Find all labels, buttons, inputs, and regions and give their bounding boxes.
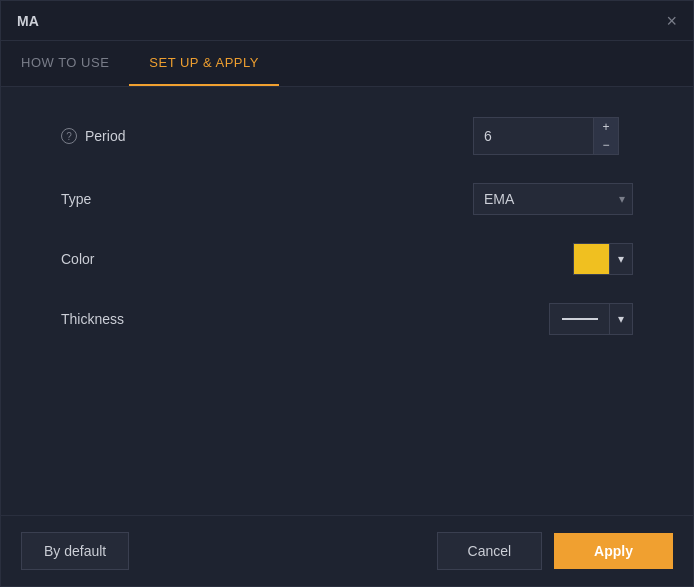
period-label: Period: [85, 128, 125, 144]
content-area: ? Period + − Type SMA EMA WMA VWMA: [1, 87, 693, 393]
ma-dialog: MA × HOW TO USE SET UP & APPLY ? Period …: [0, 0, 694, 587]
color-dropdown-arrow-icon: ▾: [618, 252, 624, 266]
tab-set-up-apply[interactable]: SET UP & APPLY: [129, 41, 279, 86]
period-help-icon[interactable]: ?: [61, 128, 77, 144]
close-button[interactable]: ×: [666, 12, 677, 30]
thickness-dropdown-button[interactable]: ▾: [609, 303, 633, 335]
color-label: Color: [61, 251, 201, 267]
dialog-title: MA: [17, 13, 39, 29]
period-stepper: + −: [593, 117, 619, 155]
by-default-button[interactable]: By default: [21, 532, 129, 570]
tab-how-to-use[interactable]: HOW TO USE: [1, 41, 129, 86]
thickness-dropdown-arrow-icon: ▾: [618, 312, 624, 326]
period-input-group: + −: [473, 117, 633, 155]
title-bar: MA ×: [1, 1, 693, 41]
thickness-label: Thickness: [61, 311, 201, 327]
cancel-button[interactable]: Cancel: [437, 532, 543, 570]
period-row: ? Period + −: [61, 117, 633, 155]
period-input[interactable]: [473, 117, 593, 155]
type-label: Type: [61, 191, 201, 207]
apply-button[interactable]: Apply: [554, 533, 673, 569]
color-picker-wrapper: ▾: [573, 243, 633, 275]
thickness-control-wrapper: ▾: [549, 303, 633, 335]
thickness-display: [549, 303, 609, 335]
type-select-wrapper: SMA EMA WMA VWMA ▾: [473, 183, 633, 215]
color-row: Color ▾: [61, 243, 633, 275]
thickness-line-icon: [562, 318, 598, 320]
period-increment-button[interactable]: +: [594, 118, 618, 136]
thickness-row: Thickness ▾: [61, 303, 633, 335]
period-decrement-button[interactable]: −: [594, 136, 618, 154]
period-label-group: ? Period: [61, 128, 201, 144]
tabs: HOW TO USE SET UP & APPLY: [1, 41, 693, 87]
color-swatch[interactable]: [573, 243, 609, 275]
type-row: Type SMA EMA WMA VWMA ▾: [61, 183, 633, 215]
footer: By default Cancel Apply: [1, 515, 693, 586]
type-select[interactable]: SMA EMA WMA VWMA: [473, 183, 633, 215]
color-dropdown-button[interactable]: ▾: [609, 243, 633, 275]
